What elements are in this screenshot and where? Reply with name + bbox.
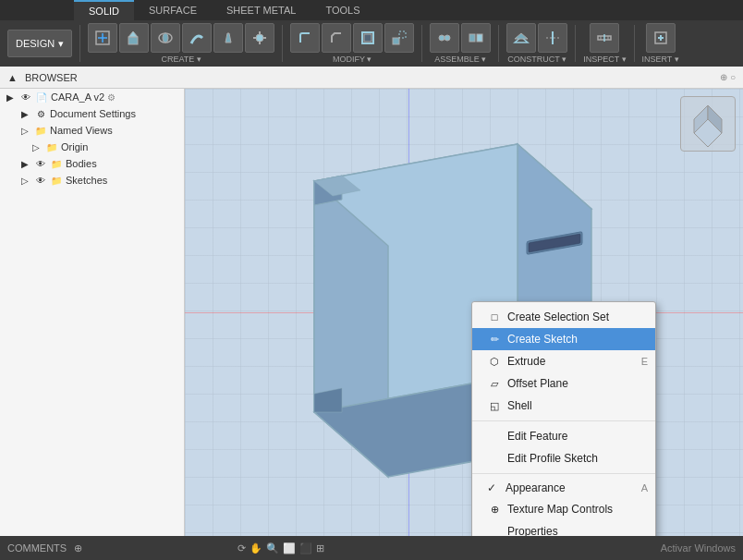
rigid-group-btn[interactable]: [461, 23, 491, 53]
display-icon[interactable]: ⬛: [299, 542, 312, 554]
expand-icon-4: ▷: [30, 140, 43, 153]
separator-4: [498, 25, 499, 62]
viewport[interactable]: Repeat... ✕ Delete ↕ Press Pull ↩ Undo ↪…: [185, 89, 743, 536]
browser-item-bodies-label: Bodies: [66, 158, 97, 169]
ctx-extrude-label: Extrude: [507, 355, 545, 368]
insert-btn[interactable]: [646, 23, 676, 53]
grid-icon[interactable]: ⊞: [316, 542, 324, 554]
ctx-offset-plane-label: Offset Plane: [507, 377, 568, 390]
modify-label: MODIFY ▾: [333, 55, 372, 64]
secondary-bar: ▲ BROWSER ⊕ ○: [0, 67, 743, 89]
tab-sheet-metal[interactable]: SHEET METAL: [212, 0, 311, 20]
toolbar-group-construct: CONSTRUCT ▾: [506, 23, 567, 64]
ctx-edit-profile-sketch[interactable]: Edit Profile Sketch: [472, 447, 655, 469]
insert-icons: [646, 23, 676, 53]
design-label: DESIGN: [16, 38, 55, 49]
browser-item-origin[interactable]: ▷ 📁 Origin: [0, 139, 184, 155]
ctx-texture-map[interactable]: ⊕ Texture Map Controls: [472, 498, 655, 520]
tab-bar: SOLID SURFACE SHEET METAL TOOLS: [0, 0, 743, 20]
move-btn[interactable]: [245, 23, 274, 53]
ctx-create-sketch-label: Create Sketch: [507, 333, 578, 346]
extrude-shortcut: E: [641, 356, 648, 367]
secondary-actions: ⊕ ○: [720, 72, 736, 82]
svg-rect-3: [128, 37, 138, 44]
ctx-offset-plane[interactable]: ▱ Offset Plane: [472, 372, 655, 395]
revolve-btn[interactable]: [151, 23, 180, 53]
toolbar-group-create: CREATE ▾: [88, 23, 274, 64]
ctx-extrude[interactable]: ⬡ Extrude E: [472, 350, 655, 372]
svg-point-18: [445, 35, 450, 41]
eye-icon-2[interactable]: 👁: [34, 157, 47, 170]
offset-plane-btn[interactable]: [506, 23, 536, 53]
toolbar-group-assemble: ASSEMBLE ▾: [430, 23, 491, 64]
measure-btn[interactable]: [590, 23, 619, 53]
svg-point-8: [256, 34, 263, 42]
browser-panel: ▶ 👁 📄 CARA_A v2 ⚙ ▶ ⚙ Document Settings …: [0, 89, 185, 536]
separator-6: [634, 25, 635, 62]
ctx-shell[interactable]: ◱ Shell: [472, 395, 655, 417]
browser-item-root[interactable]: ▶ 👁 📄 CARA_A v2 ⚙: [0, 89, 184, 105]
nav-cube[interactable]: [680, 96, 736, 152]
main-area: ▶ 👁 📄 CARA_A v2 ⚙ ▶ ⚙ Document Settings …: [0, 89, 743, 536]
activate-windows-text: Activar Windows: [661, 542, 736, 554]
tab-tools[interactable]: TOOLS: [311, 0, 374, 20]
browser-item-sketches[interactable]: ▷ 👁 📁 Sketches: [0, 172, 184, 189]
zoom-icon[interactable]: 🔍: [266, 542, 279, 554]
expand-icon-3: ▷: [18, 124, 31, 137]
status-bar: COMMENTS ⊕ ⟳ ✋ 🔍 ⬜ ⬛ ⊞ Activar Windows: [0, 536, 743, 560]
top-toolbar: SOLID SURFACE SHEET METAL TOOLS DESIGN ▾: [0, 0, 743, 67]
ctx-appearance[interactable]: ✓ Appearance A: [472, 478, 655, 498]
sweep-btn[interactable]: [182, 23, 212, 53]
ctx-create-sketch[interactable]: ✏ Create Sketch: [472, 328, 655, 350]
separator-3: [421, 25, 422, 62]
new-component-btn[interactable]: [88, 23, 117, 53]
expand-icon-6: ▷: [18, 174, 31, 187]
browser-item-doc-settings-label: Document Settings: [50, 108, 136, 119]
expand-icon: ▶: [4, 91, 17, 103]
fillet-btn[interactable]: [290, 23, 320, 53]
settings-icon-small[interactable]: ⚙: [107, 92, 116, 103]
extrude-btn[interactable]: [119, 23, 149, 53]
ctx-edit-feature-label: Edit Feature: [507, 430, 567, 443]
dropdown-chevron: ▾: [58, 38, 64, 50]
browser-item-named-views[interactable]: ▷ 📁 Named Views: [0, 122, 184, 139]
context-menu: □ Create Selection Set ✏ Create Sketch ⬡…: [471, 301, 656, 536]
assemble-icons: [430, 23, 491, 53]
shell-btn[interactable]: [353, 23, 383, 53]
ctx-properties[interactable]: Properties: [472, 520, 655, 536]
chamfer-btn[interactable]: [322, 23, 351, 53]
insert-label: INSERT ▾: [642, 55, 679, 64]
separator-5: [575, 25, 576, 62]
folder-icon-3: 📁: [50, 157, 63, 170]
create-sketch-icon: ✏: [487, 332, 502, 347]
view-cube-icon[interactable]: ⬜: [283, 542, 296, 554]
ctx-edit-feature[interactable]: Edit Feature: [472, 425, 655, 447]
scale-btn[interactable]: [384, 23, 414, 53]
selection-set-icon: □: [487, 310, 502, 324]
browser-label: BROWSER: [25, 72, 78, 83]
joint-btn[interactable]: [430, 23, 459, 53]
svg-rect-16: [399, 31, 406, 38]
eye-icon[interactable]: 👁: [19, 91, 32, 103]
design-dropdown[interactable]: DESIGN ▾: [7, 30, 72, 57]
eye-icon-3[interactable]: 👁: [34, 174, 47, 187]
loft-btn[interactable]: [213, 23, 243, 53]
create-icons: [88, 23, 274, 53]
svg-point-17: [439, 35, 445, 41]
svg-marker-7: [225, 33, 231, 43]
folder-icon-4: 📁: [50, 174, 63, 187]
browser-item-root-label: CARA_A v2: [51, 91, 104, 103]
separator-2: [282, 25, 283, 62]
comments-expand[interactable]: ⊕: [74, 542, 82, 554]
inspect-label: INSPECT ▾: [583, 55, 626, 64]
ctx-create-selection-set[interactable]: □ Create Selection Set: [472, 306, 655, 328]
pan-icon[interactable]: ✋: [250, 542, 262, 554]
toolbar-group-insert: INSERT ▾: [642, 23, 679, 64]
assemble-label: ASSEMBLE ▾: [434, 55, 486, 64]
tab-surface[interactable]: SURFACE: [134, 0, 212, 20]
axis-btn[interactable]: [538, 23, 567, 53]
tab-solid[interactable]: SOLID: [74, 0, 134, 20]
orbit-icon[interactable]: ⟳: [238, 542, 246, 554]
browser-item-doc-settings[interactable]: ▶ ⚙ Document Settings: [0, 105, 184, 122]
browser-item-bodies[interactable]: ▶ 👁 📁 Bodies: [0, 155, 184, 172]
